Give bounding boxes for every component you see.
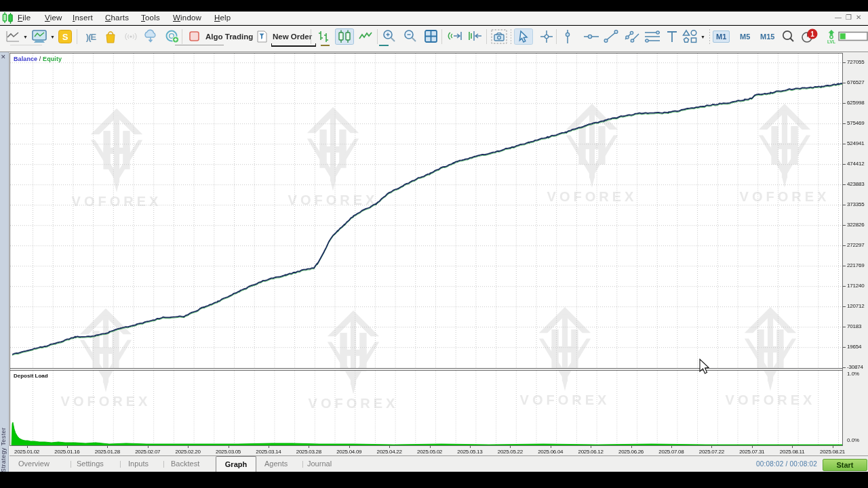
tile-windows-button[interactable] <box>423 28 439 45</box>
chart-profile-button[interactable]: ▼ <box>31 28 55 45</box>
chart-profile-dropdown-icon[interactable]: ▼ <box>50 35 55 39</box>
tab-backtest[interactable]: Backtest <box>171 460 199 468</box>
tab-journal[interactable]: Journal <box>307 460 332 468</box>
x-axis-date: 2025.06.04 <box>538 449 563 455</box>
chart-shift-icon <box>466 29 484 44</box>
metaeditor-ide-button[interactable]: )(E <box>82 28 100 45</box>
auto-scroll-button[interactable] <box>446 28 464 45</box>
tab-inputs[interactable]: Inputs <box>128 460 149 468</box>
deposit-scale-bottom: 0.0% <box>847 437 859 443</box>
timeframe-m15-label: M15 <box>757 30 778 43</box>
zoom-out-icon <box>402 28 418 45</box>
balance-equity-chart[interactable] <box>10 54 842 368</box>
battery-indicator-button[interactable] <box>838 28 868 45</box>
new-chart-dropdown-icon[interactable]: ▼ <box>23 35 28 39</box>
menu-view[interactable]: View <box>45 14 62 22</box>
tab-separator: | <box>163 460 165 468</box>
menu-window[interactable]: Window <box>173 14 201 22</box>
trendline-tool-icon <box>602 28 620 45</box>
timeframe-m15-button[interactable]: M15 <box>757 28 778 45</box>
close-window-icon[interactable]: ✕ <box>856 14 861 21</box>
x-axis-date: 2025.04.09 <box>336 449 361 455</box>
x-axis-date: 2025.06.12 <box>578 449 604 455</box>
bars-mode-button[interactable] <box>316 28 331 45</box>
x-axis-tick <box>309 446 309 448</box>
toolbar-separator <box>77 29 77 44</box>
battery-indicator-icon <box>838 31 868 42</box>
start-button[interactable]: Start <box>823 459 867 471</box>
line-mode-button[interactable] <box>357 28 374 45</box>
menu-file[interactable]: File <box>18 14 31 22</box>
tab-overview[interactable]: Overview <box>18 460 50 468</box>
community-button[interactable] <box>165 28 180 45</box>
horizontal-line-tool-button[interactable] <box>583 28 600 45</box>
y-axis-tick <box>843 266 846 266</box>
x-axis-date: 2025.05.22 <box>498 449 523 455</box>
trendline-tool-button[interactable] <box>602 28 620 45</box>
y-axis-tick <box>843 83 846 83</box>
x-axis-date: 2025.08.11 <box>780 449 804 455</box>
zoom-out-button[interactable] <box>402 28 418 45</box>
mql5-level-button[interactable]: LVL <box>825 28 838 45</box>
vps-cloud-button[interactable] <box>142 28 159 45</box>
x-axis-tick <box>229 446 229 448</box>
minimize-window-icon[interactable]: — <box>835 14 842 21</box>
new-order-icon <box>255 29 269 44</box>
zoom-in-icon <box>381 28 397 45</box>
menu-charts[interactable]: Charts <box>105 14 129 22</box>
menu-insert[interactable]: Insert <box>73 14 93 22</box>
y-axis-tick <box>843 347 846 348</box>
zoom-in-button[interactable] <box>381 28 397 45</box>
chart-shift-button[interactable] <box>466 28 484 45</box>
value-axis[interactable]: 7270556765276259985754695249414744124238… <box>843 53 868 455</box>
deposit-load-chart[interactable] <box>10 371 842 445</box>
restore-window-icon[interactable]: ❐ <box>846 14 852 21</box>
new-chart-button[interactable]: ▼ <box>5 28 28 45</box>
svg-text:1: 1 <box>810 30 814 38</box>
toolbar-underline-mark <box>321 45 330 46</box>
deposit-load-title: Deposit Load <box>14 373 48 379</box>
y-axis-value: 120712 <box>847 303 865 309</box>
timeframe-m1-button[interactable]: M1 <box>713 28 730 45</box>
x-axis-date: 2025.04.22 <box>377 449 402 455</box>
close-tester-icon[interactable]: ✕ <box>1 54 6 60</box>
shapes-tool-button[interactable]: ▼ <box>681 28 705 45</box>
timeframe-m5-button[interactable]: M5 <box>736 28 753 45</box>
search-button[interactable] <box>780 28 796 45</box>
toolbar-underline-mark <box>271 43 316 47</box>
signals-button[interactable] <box>123 28 138 45</box>
toolbar-underline-mark <box>379 45 389 46</box>
toolbar-separator <box>441 29 442 44</box>
metaeditor-ide-icon: )(E <box>82 30 100 43</box>
market-button[interactable] <box>104 28 117 45</box>
candles-mode-button[interactable] <box>335 28 354 45</box>
chart-profile-icon <box>31 28 48 45</box>
fibonacci-tool-button[interactable] <box>643 28 662 45</box>
menu-help[interactable]: Help <box>214 14 231 22</box>
tab-graph[interactable]: Graph <box>216 456 256 472</box>
y-axis-tick <box>843 103 846 104</box>
x-axis-date: 2025.01.16 <box>54 449 79 455</box>
notifications-button[interactable]: 1 <box>800 28 820 45</box>
cursor-tool-button[interactable] <box>514 28 533 45</box>
algo-trading-icon <box>188 30 201 43</box>
y-axis-value: -30874 <box>847 364 863 370</box>
x-axis-tick <box>148 446 149 448</box>
mql5-services-button[interactable]: S <box>58 28 73 45</box>
channel-tool-button[interactable] <box>623 28 641 45</box>
text-tool-button[interactable] <box>665 28 679 45</box>
bars-mode-icon <box>316 29 331 44</box>
crosshair-tool-button[interactable] <box>538 28 555 45</box>
tab-settings[interactable]: Settings <box>77 460 104 468</box>
tab-agents[interactable]: Agents <box>264 460 288 468</box>
menu-tools[interactable]: Tools <box>141 14 160 22</box>
new-order-label: New Order <box>273 33 312 41</box>
community-icon <box>165 29 180 44</box>
shapes-tool-dropdown-icon[interactable]: ▼ <box>701 35 705 39</box>
screenshot-camera-button[interactable] <box>490 28 508 45</box>
tester-tab-bar: Graph 00:08:02 / 00:08:02 Start Overview… <box>9 455 868 472</box>
timeframe-m1-label: M1 <box>713 30 730 43</box>
vertical-line-tool-button[interactable] <box>561 28 574 45</box>
auto-scroll-icon <box>446 29 464 44</box>
algo-trading-button[interactable]: Algo Trading <box>188 28 253 45</box>
